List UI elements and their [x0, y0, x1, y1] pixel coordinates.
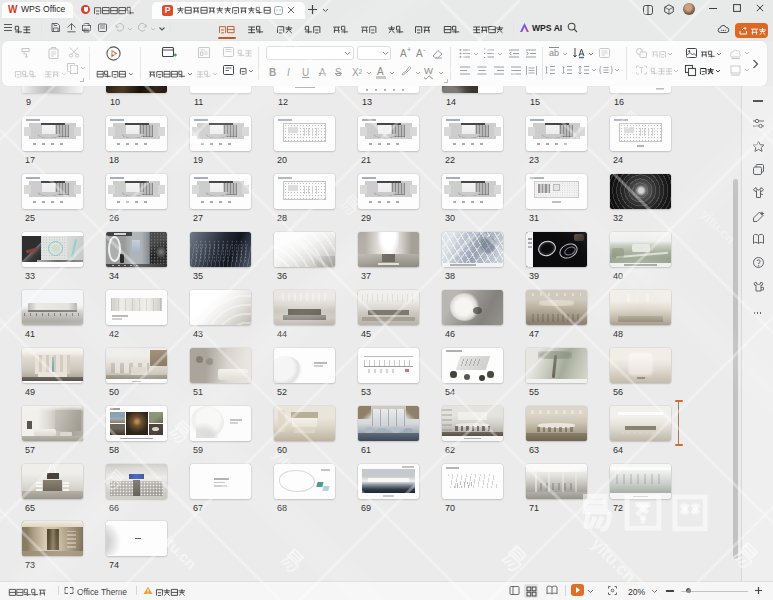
svg-text:yitu.cn: yitu.cn — [587, 534, 639, 586]
